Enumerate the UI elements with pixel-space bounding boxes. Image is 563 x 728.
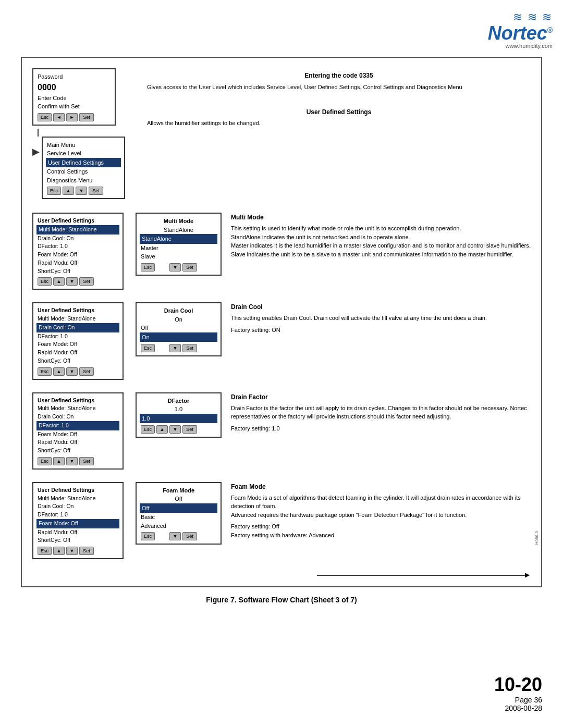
uds-mm-buttons: Esc ▲ ▼ Set	[38, 277, 118, 286]
uds-dc-esc[interactable]: Esc	[38, 367, 52, 376]
uds-fm-esc[interactable]: Esc	[38, 547, 52, 555]
uds-dc-highlighted: Drain Cool: On	[36, 323, 119, 332]
dc-on-highlighted: On	[140, 332, 217, 342]
fm-set[interactable]: Set	[182, 532, 197, 540]
uds-df-down[interactable]: ▼	[66, 457, 78, 465]
footer: 10-20 Page 36 2008-08-28	[494, 674, 542, 712]
uds-fm-l6: ShortCyc: Off	[38, 536, 118, 545]
dc-desc-text: This setting enables Drain Cool. Drain c…	[231, 314, 531, 323]
uds-dc-set[interactable]: Set	[79, 367, 94, 376]
df-down[interactable]: ▼	[169, 425, 181, 434]
password-value: 0000	[38, 81, 111, 94]
user-defined-desc-title: User Defined Settings	[147, 107, 531, 117]
uds-df-up[interactable]: ▲	[53, 457, 65, 465]
menu-esc-btn[interactable]: Esc	[47, 187, 61, 195]
df-subtitle: 1.0	[141, 405, 216, 414]
uds-dc-down[interactable]: ▼	[66, 367, 78, 376]
uds-fm-up[interactable]: ▲	[53, 547, 65, 555]
user-defined-desc-text: Allows the humidifier settings to be cha…	[147, 119, 531, 128]
mm-highlighted: StandAlone	[140, 234, 217, 244]
uds-dc-up[interactable]: ▲	[53, 367, 65, 376]
page-number: 10-20	[494, 674, 542, 696]
password-enter: Enter Code	[38, 94, 111, 103]
vertical-label: H086-3	[534, 531, 539, 545]
df-sel-box: DFactor 1.0 1.0 Esc ▲ ▼ Set	[136, 392, 222, 438]
uds-df-esc[interactable]: Esc	[38, 457, 52, 465]
uds-fm-box: User Defined Settings Multi Mode: StandA…	[32, 482, 124, 559]
drain-cool-mid: Drain Cool On Off On Esc □ ▼ Set	[136, 302, 227, 360]
uds-df-l5: Rapid Modu: Off	[38, 438, 118, 447]
menu-down-btn[interactable]: ▼	[76, 187, 87, 195]
top-right: Entering the code 0335 Gives access to t…	[147, 68, 531, 202]
df-esc[interactable]: Esc	[141, 425, 155, 434]
mm-set[interactable]: Set	[182, 263, 197, 272]
uds-dc-l1: Multi Mode: StandAlone	[38, 315, 118, 323]
password-esc-btn[interactable]: Esc	[38, 113, 52, 121]
mm-down2[interactable]: ▼	[169, 263, 181, 272]
uds-dc-title: User Defined Settings	[38, 306, 118, 315]
drain-cool-left: User Defined Settings Multi Mode: StandA…	[32, 302, 131, 382]
df-highlighted: 1.0	[140, 414, 217, 424]
fm-esc[interactable]: Esc	[141, 532, 155, 540]
foam-mode-right: Foam Mode Foam Mode is a set of algorith…	[231, 482, 531, 540]
uds-fm-buttons: Esc ▲ ▼ Set	[38, 547, 118, 555]
uds-dc-l5: Rapid Modu: Off	[38, 349, 118, 357]
dfactor-section: User Defined Settings Multi Mode: StandA…	[32, 392, 531, 473]
dfactor-left: User Defined Settings Multi Mode: StandA…	[32, 392, 131, 473]
df-set[interactable]: Set	[182, 425, 197, 434]
mm-master: Master	[141, 244, 216, 253]
logo-area: ≋ ≋ ≋ Nortec® www.humidity.com	[488, 10, 553, 49]
fm-desc-title: Foam Mode	[231, 482, 531, 491]
logo-nortec: Nortec®	[488, 24, 553, 43]
uds-fm-set[interactable]: Set	[79, 547, 94, 555]
mm-desc-text: This setting is used to identify what mo…	[231, 224, 531, 258]
multi-mode-section: User Defined Settings Multi Mode: StandA…	[32, 213, 531, 293]
df-buttons: Esc ▲ ▼ Set	[141, 425, 216, 434]
uds-df-box: User Defined Settings Multi Mode: StandA…	[32, 392, 124, 470]
main-menu-row: ▶ Main Menu Service Level User Defined S…	[32, 137, 137, 203]
dc-esc[interactable]: Esc	[141, 344, 155, 352]
mm-subtitle: StandAlone	[141, 226, 216, 235]
fm-down2[interactable]: ▼	[169, 532, 181, 540]
password-left-btn[interactable]: ◄	[53, 113, 65, 121]
df-up[interactable]: ▲	[156, 425, 168, 434]
dc-subtitle: On	[141, 315, 216, 324]
uds-mm-down[interactable]: ▼	[66, 277, 78, 286]
drain-cool-section: User Defined Settings Multi Mode: StandA…	[32, 302, 531, 382]
top-section: Password 0000 Enter Code Confirm with Se…	[32, 68, 531, 202]
password-right-btn[interactable]: ►	[66, 113, 78, 121]
uds-mm-highlighted: Multi Mode: StandAlone	[36, 225, 119, 235]
uds-df-set[interactable]: Set	[79, 457, 94, 465]
mm-desc-title: Multi Mode	[231, 213, 531, 222]
password-set-btn[interactable]: Set	[79, 113, 94, 121]
dc-down[interactable]: ▼	[169, 344, 181, 352]
uds-fm-highlighted: Foam Mode: Off	[36, 519, 119, 528]
uds-mm-l5: Rapid Modu: Off	[38, 259, 118, 267]
figure-caption: Figure 7. Software Flow Chart (Sheet 3 o…	[10, 596, 553, 604]
df-title: DFactor	[141, 397, 216, 405]
df-desc-text: Drain Factor is the factor the unit will…	[231, 404, 531, 421]
menu-set-btn[interactable]: Set	[89, 187, 103, 195]
uds-fm-l3: DFactor: 1.0	[38, 511, 118, 519]
fm-off-highlighted: Off	[140, 503, 217, 513]
mm-slave: Slave	[141, 252, 216, 261]
menu-up-btn[interactable]: ▲	[63, 187, 74, 195]
mm-esc[interactable]: Esc	[141, 263, 155, 272]
uds-mm-l3: DFactor: 1.0	[38, 242, 118, 251]
uds-mm-set[interactable]: Set	[79, 277, 94, 286]
password-label: Password	[38, 72, 111, 81]
uds-fm-down[interactable]: ▼	[66, 547, 78, 555]
fm-basic: Basic	[141, 513, 216, 522]
uds-mm-l2: Drain Cool: On	[38, 235, 118, 243]
mm-title: Multi Mode	[141, 217, 216, 226]
multi-mode-right: Multi Mode This setting is used to ident…	[231, 213, 531, 258]
multi-mode-left: User Defined Settings Multi Mode: StandA…	[32, 213, 131, 293]
main-menu-line4: Diagnostics Menu	[47, 176, 120, 185]
uds-multimode-box: User Defined Settings Multi Mode: StandA…	[32, 213, 124, 290]
main-content: Password 0000 Enter Code Confirm with Se…	[21, 57, 542, 587]
uds-mm-esc[interactable]: Esc	[38, 277, 52, 286]
dc-set[interactable]: Set	[182, 344, 197, 352]
mm-sel-buttons: Esc □ ▼ Set	[141, 263, 216, 272]
uds-mm-up[interactable]: ▲	[53, 277, 65, 286]
uds-df-l1: Multi Mode: StandAlone	[38, 404, 118, 413]
